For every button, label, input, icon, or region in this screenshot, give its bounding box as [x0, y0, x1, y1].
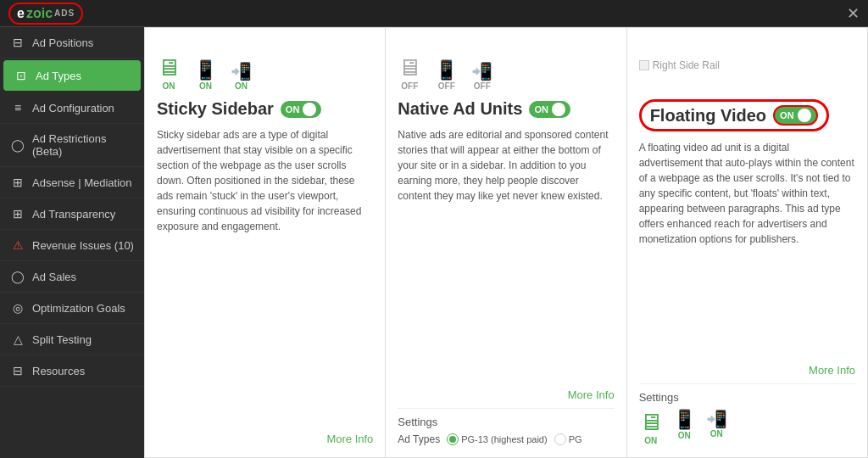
- ad-configuration-icon: ≡: [10, 101, 25, 114]
- card-header-sticky-sidebar: Sticky Sidebar ON: [157, 99, 373, 119]
- title-bar: e zoic ADS ✕: [0, 0, 868, 27]
- ad-positions-icon: ⊟: [10, 36, 25, 49]
- ad-types-row: Ad Types PG-13 (highest paid) PG: [398, 433, 614, 445]
- warning-icon: ⚠: [10, 238, 25, 252]
- device-mobile-off: 📲 OFF: [471, 63, 492, 91]
- sidebar-item-ad-types[interactable]: ⊡ Ad Types: [3, 60, 141, 91]
- toggle-label: ON: [534, 104, 548, 114]
- sidebar-item-label: Ad Restrictions (Beta): [32, 132, 134, 158]
- sidebar-item-label: Resources: [32, 365, 85, 377]
- cards-container: 🖥 ON 📱 ON 📲 ON Sticky Sidebar: [144, 27, 868, 458]
- device-desktop: 🖥 ON: [157, 56, 181, 91]
- logo-ads: ADS: [54, 8, 75, 18]
- ad-types-label: Ad Types: [398, 433, 440, 445]
- device-label-on: ON: [235, 81, 248, 91]
- toggle-sticky-sidebar[interactable]: ON: [281, 101, 322, 118]
- split-testing-icon: △: [10, 332, 25, 346]
- sidebar-item-resources[interactable]: ⊟ Resources: [0, 355, 144, 387]
- tablet-icon-on: 📱: [673, 411, 696, 429]
- sidebar-item-optimization-goals[interactable]: ◎ Optimization Goals: [0, 293, 144, 324]
- device-label: ON: [710, 429, 723, 438]
- sidebar-item-ad-positions[interactable]: ⊟ Ad Positions: [0, 27, 144, 59]
- desktop-icon-on: 🖥: [639, 411, 663, 434]
- rail-label: Right Side Rail: [653, 59, 720, 71]
- top-device-row-1: 🖥 ON 📱 ON 📲 ON: [157, 40, 373, 91]
- main-layout: ⊟ Ad Positions ⊡ Ad Types ≡ Ad Configura…: [0, 27, 868, 458]
- logo-area: e zoic ADS: [8, 3, 83, 25]
- card-title: Floating Video: [650, 106, 766, 126]
- toggle-native[interactable]: ON: [529, 101, 570, 118]
- device-desktop-off: 🖥 OFF: [398, 56, 421, 91]
- device-desktop-on: 🖥 ON: [639, 411, 663, 445]
- radio-label: PG-13 (highest paid): [461, 434, 548, 444]
- card-sticky-sidebar: 🖥 ON 📱 ON 📲 ON Sticky Sidebar: [144, 27, 386, 458]
- sidebar-item-label: Adsense | Mediation: [32, 176, 132, 189]
- more-info-sticky[interactable]: More Info: [157, 433, 373, 445]
- radio-pg13[interactable]: PG-13 (highest paid): [447, 433, 548, 445]
- device-label-on: ON: [199, 81, 212, 91]
- card-header-native: Native Ad Units ON: [398, 99, 614, 119]
- sidebar-item-label: Ad Configuration: [32, 102, 114, 114]
- device-mobile: 📲 ON: [231, 63, 252, 91]
- device-label-off: OFF: [474, 81, 491, 91]
- settings-section-floating: Settings 🖥 ON 📱 ON 📲 ON: [639, 383, 855, 445]
- card-description: A floating video ad unit is a digital ad…: [639, 140, 855, 359]
- device-tablet-off: 📱 OFF: [435, 61, 458, 91]
- sidebar-item-label: Split Testing: [32, 333, 92, 346]
- more-info-native[interactable]: More Info: [398, 388, 614, 401]
- device-label: ON: [644, 436, 657, 445]
- ad-types-icon: ⊡: [14, 69, 29, 82]
- device-mobile-on: 📲 ON: [706, 411, 727, 445]
- rail-checkbox[interactable]: [639, 60, 649, 70]
- sidebar-item-ad-configuration[interactable]: ≡ Ad Configuration: [0, 92, 144, 124]
- sidebar-item-adsense-mediation[interactable]: ⊞ Adsense | Mediation: [0, 167, 144, 198]
- close-button[interactable]: ✕: [847, 6, 860, 21]
- mobile-icon-off: 📲: [471, 63, 492, 80]
- sidebar-item-split-testing[interactable]: △ Split Testing: [0, 324, 144, 355]
- settings-title: Settings: [398, 416, 614, 428]
- card-native-ad-units: 🖥 OFF 📱 OFF 📲 OFF Native Ad Units: [386, 27, 626, 458]
- sidebar-item-label: Ad Positions: [32, 36, 93, 49]
- sidebar: ⊟ Ad Positions ⊡ Ad Types ≡ Ad Configura…: [0, 27, 144, 458]
- sidebar-item-ad-sales[interactable]: ◯ Ad Sales: [0, 261, 144, 293]
- card-header-floating-video: Floating Video ON: [639, 99, 855, 131]
- ad-transparency-icon: ⊞: [10, 207, 25, 221]
- device-label-off: OFF: [438, 81, 455, 91]
- toggle-floating-video[interactable]: ON: [773, 105, 818, 126]
- desktop-icon: 🖥: [157, 56, 181, 80]
- sidebar-item-ad-transparency[interactable]: ⊞ Ad Transparency: [0, 198, 144, 230]
- radio-pg[interactable]: PG: [554, 433, 582, 445]
- top-right-rail: Right Side Rail: [639, 40, 855, 91]
- toggle-knob: [798, 109, 811, 122]
- tablet-icon-off: 📱: [435, 61, 458, 80]
- radio-dot: [449, 436, 456, 443]
- device-tablet-on: 📱 ON: [673, 411, 696, 445]
- mobile-icon: 📲: [231, 63, 252, 80]
- content-area: 🖥 ON 📱 ON 📲 ON Sticky Sidebar: [144, 27, 868, 458]
- sidebar-item-revenue-issues[interactable]: ⚠ Revenue Issues (10): [0, 230, 144, 261]
- desktop-icon-off: 🖥: [398, 56, 421, 80]
- device-label-off: OFF: [401, 81, 418, 91]
- card-title: Sticky Sidebar: [157, 99, 274, 119]
- sidebar-item-label: Ad Transparency: [32, 208, 115, 221]
- tablet-icon: 📱: [194, 61, 217, 80]
- mobile-icon-on: 📲: [706, 411, 727, 427]
- device-label: ON: [678, 431, 691, 440]
- floating-video-highlight: Floating Video ON: [639, 99, 829, 131]
- device-row-small: 🖥 ON 📱 ON 📲 ON: [639, 411, 855, 445]
- card-floating-video: Right Side Rail Floating Video ON A floa…: [627, 27, 868, 458]
- ad-restrictions-icon: ◯: [10, 138, 25, 152]
- toggle-knob: [552, 103, 565, 116]
- radio-circle-selected: [447, 433, 459, 445]
- card-description: Native ads are editorial and sponsored c…: [398, 127, 614, 383]
- more-info-floating[interactable]: More Info: [639, 364, 855, 377]
- sidebar-item-label: Ad Sales: [32, 271, 76, 283]
- radio-label: PG: [569, 434, 582, 444]
- sidebar-item-ad-restrictions[interactable]: ◯ Ad Restrictions (Beta): [0, 124, 144, 167]
- toggle-label: ON: [286, 104, 300, 114]
- device-label-on: ON: [163, 81, 175, 91]
- right-side-rail: Right Side Rail: [639, 59, 720, 71]
- sidebar-item-label: Optimization Goals: [32, 302, 125, 315]
- sidebar-item-label: Ad Types: [36, 70, 81, 82]
- resources-icon: ⊟: [10, 364, 25, 377]
